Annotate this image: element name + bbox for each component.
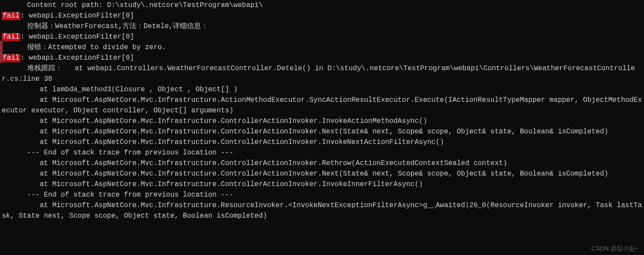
terminal-output[interactable]: Content root path: D:\study\.netcore\Tes… bbox=[0, 0, 644, 221]
sidebar-marker bbox=[0, 41, 3, 63]
log-line: at Microsoft.AspNetCore.Mvc.Infrastructu… bbox=[2, 116, 642, 126]
log-line-fail: fail: webapi.ExceptionFilter[0] bbox=[2, 32, 642, 42]
log-line: at Microsoft.AspNetCore.Mvc.Infrastructu… bbox=[2, 200, 642, 221]
log-line-fail: fail: webapi.ExceptionFilter[0] bbox=[2, 11, 642, 21]
log-line: at Microsoft.AspNetCore.Mvc.Infrastructu… bbox=[2, 158, 642, 169]
watermark: CSDN @彭小彭~ bbox=[591, 244, 639, 253]
fail-badge: fail bbox=[2, 54, 20, 62]
log-line: at Microsoft.AspNetCore.Mvc.Infrastructu… bbox=[2, 169, 642, 179]
log-line: at Microsoft.AspNetCore.Mvc.Infrastructu… bbox=[2, 95, 642, 116]
log-line: at Microsoft.AspNetCore.Mvc.Infrastructu… bbox=[2, 137, 642, 147]
log-line-fail: fail: webapi.ExceptionFilter[0] bbox=[2, 53, 642, 63]
log-text: : webapi.ExceptionFilter[0] bbox=[20, 12, 134, 20]
log-text: : webapi.ExceptionFilter[0] bbox=[20, 33, 134, 41]
log-line: --- End of stack trace from previous loc… bbox=[2, 190, 642, 200]
fail-badge: fail bbox=[2, 12, 20, 20]
log-line: at lambda_method3(Closure , Object , Obj… bbox=[2, 84, 642, 95]
log-text: : webapi.ExceptionFilter[0] bbox=[20, 54, 134, 62]
log-line: 报错：Attempted to divide by zero. bbox=[2, 42, 642, 53]
log-line: 堆栈跟踪： at webapi.Controllers.WeatherForec… bbox=[2, 63, 642, 84]
log-line: 控制器：WeatherForecast,方法：Detele,详细信息： bbox=[2, 21, 642, 32]
log-line: at Microsoft.AspNetCore.Mvc.Infrastructu… bbox=[2, 126, 642, 137]
log-line: at Microsoft.AspNetCore.Mvc.Infrastructu… bbox=[2, 179, 642, 190]
log-line: --- End of stack trace from previous loc… bbox=[2, 147, 642, 158]
log-line: Content root path: D:\study\.netcore\Tes… bbox=[2, 0, 642, 11]
fail-badge: fail bbox=[2, 33, 20, 41]
